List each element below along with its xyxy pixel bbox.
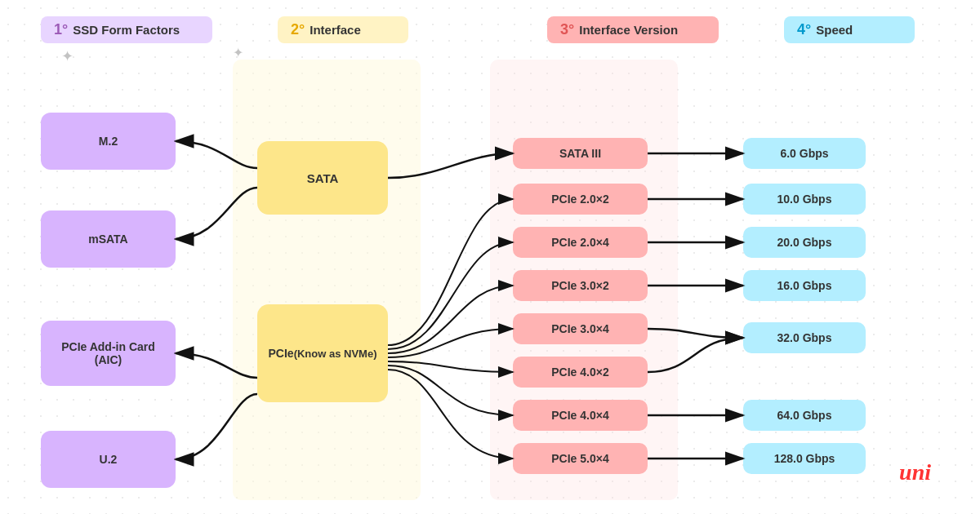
speed-6gbps: 6.0 Gbps — [743, 138, 866, 169]
uni-logo: uni — [899, 459, 931, 485]
version-pcie5x4: PCIe 5.0×4 — [513, 443, 648, 474]
speed-20gbps: 20.0 Gbps — [743, 227, 866, 258]
form-factor-m2: M.2 — [41, 113, 176, 170]
col2-label: Interface — [310, 23, 361, 37]
col4-num: 4° — [797, 21, 811, 38]
version-pcie2x2: PCIe 2.0×2 — [513, 184, 648, 215]
headers-row: 1° SSD Form Factors 2° Interface 3° Inte… — [24, 16, 956, 43]
form-factor-u2: U.2 — [41, 431, 176, 488]
version-pcie3x2: PCIe 3.0×2 — [513, 270, 648, 301]
version-pcie4x2: PCIe 4.0×2 — [513, 357, 648, 388]
interface-sata: SATA — [257, 141, 388, 215]
col2-num: 2° — [291, 21, 305, 38]
form-factor-pcie-aic: PCIe Add-in Card(AIC) — [41, 321, 176, 386]
col3-label: Interface Version — [579, 23, 678, 37]
deco-star-1: ✦ — [61, 47, 74, 65]
speed-32gbps: 32.0 Gbps — [743, 322, 866, 353]
version-sata3: SATA III — [513, 138, 648, 169]
version-pcie3x4: PCIe 3.0×4 — [513, 313, 648, 344]
version-pcie4x4: PCIe 4.0×4 — [513, 400, 648, 431]
col3-header: 3° Interface Version — [547, 16, 719, 43]
speed-16gbps: 16.0 Gbps — [743, 270, 866, 301]
col1-num: 1° — [54, 21, 68, 38]
form-factor-msata: mSATA — [41, 210, 176, 268]
col1-label: SSD Form Factors — [73, 23, 180, 37]
col4-label: Speed — [816, 23, 853, 37]
col4-header: 4° Speed — [784, 16, 915, 43]
diagram-area: M.2 mSATA PCIe Add-in Card(AIC) U.2 SATA… — [24, 60, 956, 500]
interface-pcie: PCIe(Know as NVMe) — [257, 304, 388, 402]
deco-star-2: ✦ — [233, 45, 243, 60]
col1-header: 1° SSD Form Factors — [41, 16, 212, 43]
main-container: 1° SSD Form Factors 2° Interface 3° Inte… — [0, 0, 980, 514]
speed-128gbps: 128.0 Gbps — [743, 443, 866, 474]
col3-num: 3° — [560, 21, 574, 38]
col2-background — [233, 60, 421, 500]
version-pcie2x4: PCIe 2.0×4 — [513, 227, 648, 258]
speed-10gbps: 10.0 Gbps — [743, 184, 866, 215]
col2-header: 2° Interface — [278, 16, 408, 43]
speed-64gbps: 64.0 Gbps — [743, 400, 866, 431]
